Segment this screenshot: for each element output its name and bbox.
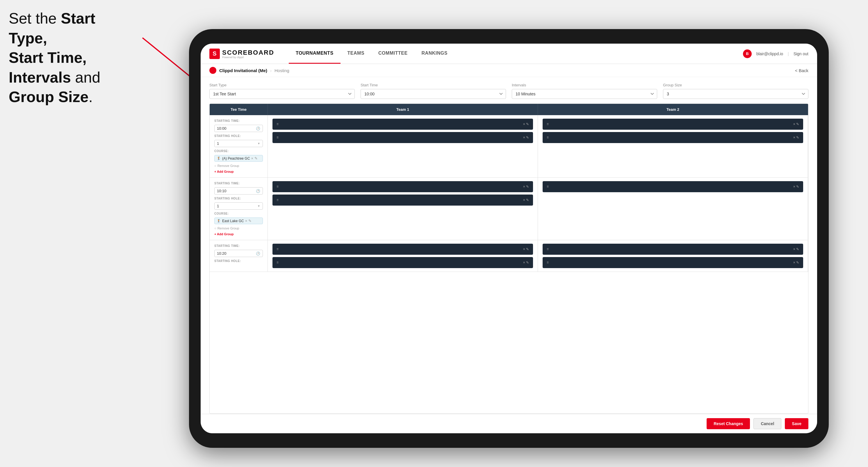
instruction-bold-3: Intervals: [9, 69, 71, 86]
nav-link-teams[interactable]: TEAMS: [341, 43, 372, 64]
footer-bar: Reset Changes Cancel Save: [200, 414, 817, 433]
logo: S SCOREBOARD Powered by clippd: [209, 49, 274, 59]
save-button[interactable]: Save: [785, 418, 808, 429]
course-remove-2[interactable]: ×: [245, 219, 247, 223]
course-tag-1: 🏌 (A) Peachtree GC × ✎: [214, 155, 263, 162]
player-row-4-1: ⠿ × ✎: [542, 181, 803, 192]
nav-link-rankings[interactable]: RANKINGS: [415, 43, 455, 64]
player-close-1-1[interactable]: × ✎: [523, 122, 529, 126]
player-row-5-1: ⠿ × ✎: [273, 244, 533, 255]
intervals-select[interactable]: 10 Minutes: [512, 89, 657, 99]
navbar: S SCOREBOARD Powered by clippd TOURNAMEN…: [200, 43, 817, 64]
logo-letter: S: [213, 50, 216, 57]
group-size-select[interactable]: 3: [663, 89, 808, 99]
tablet-screen: S SCOREBOARD Powered by clippd TOURNAMEN…: [200, 43, 817, 433]
player-row-3-1: ⠿ × ✎: [273, 181, 533, 192]
nav-link-tournaments[interactable]: TOURNAMENTS: [289, 43, 341, 64]
nav-link-committee[interactable]: COMMITTEE: [371, 43, 415, 64]
starting-time-label-2: STARTING TIME:: [214, 182, 263, 185]
player-row-1-1: ⠿ × ✎: [273, 119, 533, 130]
team2-cell-3: ⠿ × ✎ ⠿ × ✎: [538, 240, 808, 272]
intervals-label: Intervals: [512, 83, 657, 87]
player-row-2-2: ⠿ × ✎: [542, 132, 803, 143]
player-dots-2-1: ⠿: [547, 123, 549, 126]
breadcrumb-icon: [209, 67, 216, 74]
instruction-text: Set the Start Type, Start Time, Interval…: [9, 9, 122, 107]
start-time-select[interactable]: 10:00: [361, 89, 506, 99]
intervals-group: Intervals 10 Minutes: [512, 83, 657, 99]
reset-changes-button[interactable]: Reset Changes: [707, 418, 750, 429]
player-dots-5-1: ⠿: [277, 248, 279, 251]
course-options-1[interactable]: ✎: [254, 156, 258, 160]
course-remove-1[interactable]: ×: [251, 156, 253, 160]
player-row-5-2: ⠿ × ✎: [273, 257, 533, 268]
player-close-2-1[interactable]: × ✎: [793, 122, 799, 126]
tee-group-1: STARTING TIME: 10:00 🕐 STARTING HOLE: 1 …: [210, 115, 808, 178]
course-tag-2: 🏌 East Lake GC × ✎: [214, 218, 263, 224]
player-dots-1-2: ⠿: [277, 136, 279, 139]
breadcrumb-hosting: Hosting: [275, 68, 289, 73]
player-close-1-2[interactable]: × ✎: [523, 135, 529, 139]
add-group-btn-1[interactable]: + Add Group: [214, 170, 263, 173]
player-dots-6-2: ⠿: [547, 261, 549, 264]
player-row-6-2: ⠿ × ✎: [542, 257, 803, 268]
player-dots-1-1: ⠿: [277, 123, 279, 126]
tournament-name: Clippd Invitational (Me): [219, 68, 267, 73]
group-size-group: Group Size 3: [663, 83, 808, 99]
remove-group-btn-2[interactable]: ○ Remove Group: [214, 226, 263, 230]
player-dots-2-2: ⠿: [547, 136, 549, 139]
start-type-select[interactable]: 1st Tee Start: [209, 89, 355, 99]
team2-cell-2: ⠿ × ✎: [538, 178, 808, 240]
cancel-button[interactable]: Cancel: [753, 418, 781, 429]
starting-hole-label-3: STARTING HOLE:: [214, 259, 263, 262]
player-row-3-2: ⠿ × ✎: [273, 194, 533, 206]
nav-separator: |: [788, 52, 789, 56]
settings-row: Start Type 1st Tee Start Start Time 10:0…: [209, 83, 808, 99]
player-dots-3-2: ⠿: [277, 198, 279, 202]
player-close-5-2[interactable]: × ✎: [523, 260, 529, 264]
add-group-btn-2[interactable]: + Add Group: [214, 232, 263, 236]
tee-info-2: STARTING TIME: 10:10 🕐 STARTING HOLE: 1 …: [210, 178, 268, 240]
starting-hole-select-2[interactable]: 1 ▼: [214, 203, 263, 210]
starting-hole-select-1[interactable]: 1 ▼: [214, 140, 263, 147]
player-close-5-1[interactable]: × ✎: [523, 247, 529, 251]
instruction-bold-1: Start Type,: [9, 10, 95, 46]
team1-cell-2: ⠿ × ✎ ⠿ × ✎: [268, 178, 538, 240]
course-name-2: East Lake GC: [222, 219, 244, 223]
starting-hole-label-2: STARTING HOLE:: [214, 197, 263, 200]
starting-time-input-1[interactable]: 10:00 🕐: [214, 125, 263, 132]
sign-out-link[interactable]: Sign out: [794, 52, 808, 56]
logo-text: SCOREBOARD: [222, 49, 274, 56]
user-email: blair@clippd.io: [756, 52, 783, 56]
tablet-bezel: S SCOREBOARD Powered by clippd TOURNAMEN…: [189, 29, 829, 448]
breadcrumb-separator: ›: [270, 68, 272, 73]
player-dots-5-2: ⠿: [277, 261, 279, 264]
instruction-bold-2: Start Time,: [9, 49, 87, 66]
player-close-3-1[interactable]: × ✎: [523, 185, 529, 189]
course-options-2[interactable]: ✎: [248, 219, 251, 223]
team1-cell-3: ⠿ × ✎ ⠿ × ✎: [268, 240, 538, 272]
main-content: Start Type 1st Tee Start Start Time 10:0…: [200, 77, 817, 414]
starting-time-input-3[interactable]: 10:20 🕐: [214, 250, 263, 257]
header-team1: Team 1: [268, 104, 538, 115]
player-close-2-2[interactable]: × ✎: [793, 135, 799, 139]
player-close-6-1[interactable]: × ✎: [793, 247, 799, 251]
player-row-6-1: ⠿ × ✎: [542, 244, 803, 255]
start-time-label: Start Time: [361, 83, 506, 87]
player-close-3-2[interactable]: × ✎: [523, 198, 529, 202]
group-size-label: Group Size: [663, 83, 808, 87]
remove-group-btn-1[interactable]: ○ Remove Group: [214, 164, 263, 167]
table-header: Tee Time Team 1 Team 2: [210, 104, 808, 115]
player-close-4-1[interactable]: × ✎: [793, 185, 799, 189]
player-close-6-2[interactable]: × ✎: [793, 260, 799, 264]
start-time-group: Start Time 10:00: [361, 83, 506, 99]
back-button[interactable]: < Back: [795, 68, 808, 73]
schedule-table: Tee Time Team 1 Team 2 STARTING TIME: 10…: [209, 103, 808, 414]
team2-cell-1: ⠿ × ✎ ⠿ × ✎: [538, 115, 808, 177]
breadcrumb: Clippd Invitational (Me) › Hosting: [209, 67, 289, 74]
player-dots-4-1: ⠿: [547, 185, 549, 188]
starting-time-label-3: STARTING TIME:: [214, 244, 263, 247]
breadcrumb-bar: Clippd Invitational (Me) › Hosting < Bac…: [200, 64, 817, 77]
start-type-group: Start Type 1st Tee Start: [209, 83, 355, 99]
starting-time-input-2[interactable]: 10:10 🕐: [214, 187, 263, 194]
